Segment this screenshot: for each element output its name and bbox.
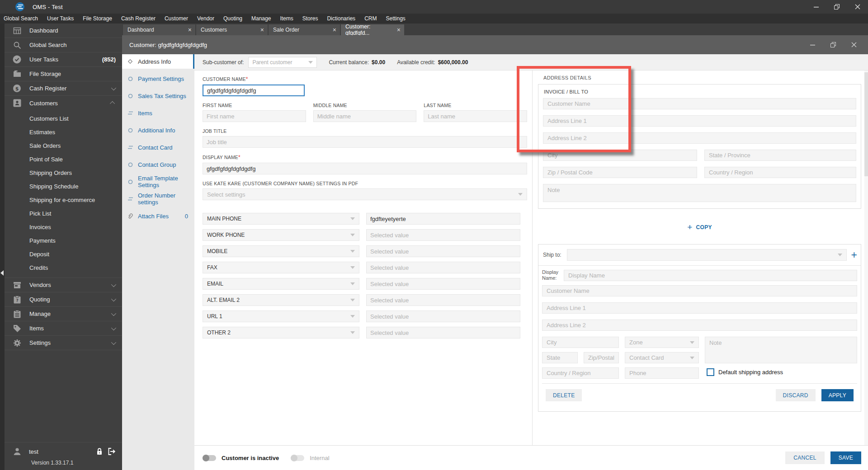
- add-ship-to-button[interactable]: +: [851, 250, 857, 260]
- phone-type-select[interactable]: EMAIL: [203, 278, 359, 290]
- sidebar-item-vendors[interactable]: Vendors: [5, 278, 122, 292]
- phone-type-select[interactable]: ALT. EMAIL 2: [203, 294, 359, 306]
- sidebar-item-file-storage[interactable]: File Storage: [5, 67, 122, 81]
- menu-global-search[interactable]: Global Search: [0, 15, 42, 22]
- logout-icon[interactable]: [108, 448, 116, 455]
- sidebar-item-shipping-ecommerce[interactable]: Shipping for e-commerce: [5, 193, 122, 207]
- phone-value-input[interactable]: [366, 310, 520, 322]
- scrollbar[interactable]: [864, 70, 868, 445]
- sidebar-item-pick-list[interactable]: Pick List: [5, 207, 122, 221]
- invoice-city-input[interactable]: [543, 150, 697, 161]
- tab-close-icon[interactable]: ×: [333, 27, 336, 33]
- invoice-address2-input[interactable]: [543, 132, 856, 144]
- close-icon[interactable]: [847, 0, 868, 14]
- minimize-icon[interactable]: [806, 0, 826, 14]
- restore-icon[interactable]: [826, 0, 847, 14]
- sidebar-item-global-search[interactable]: Global Search: [5, 38, 122, 52]
- invoice-state-input[interactable]: [704, 150, 856, 161]
- phone-value-input[interactable]: [366, 262, 520, 273]
- menu-stores[interactable]: Stores: [298, 15, 323, 22]
- sidebar-item-deposit[interactable]: Deposit: [5, 248, 122, 261]
- cancel-button[interactable]: CANCEL: [785, 451, 824, 464]
- close-icon[interactable]: [844, 35, 864, 54]
- sidebar-item-shipping-orders[interactable]: Shipping Orders: [5, 166, 122, 180]
- phone-type-select[interactable]: OTHER 2: [203, 327, 359, 338]
- tab-sale-order[interactable]: Sale Order ×: [269, 24, 340, 35]
- sidebar-collapse-icon[interactable]: [0, 270, 4, 276]
- ship-zone-select[interactable]: Zone: [625, 337, 699, 348]
- menu-file-storage[interactable]: File Storage: [78, 15, 117, 22]
- phone-type-select[interactable]: MOBILE: [203, 245, 359, 257]
- phone-value-input[interactable]: [366, 245, 520, 257]
- parent-customer-select[interactable]: Parent customer: [248, 57, 317, 68]
- nav-additional-info[interactable]: Additional Info: [122, 123, 194, 137]
- apply-button[interactable]: APPLY: [821, 389, 854, 401]
- nav-contact-group[interactable]: Contact Group: [122, 157, 194, 172]
- ship-note-input[interactable]: [705, 337, 857, 363]
- invoice-note-input[interactable]: [543, 184, 856, 202]
- customer-name-input[interactable]: [203, 85, 305, 96]
- ship-address1-input[interactable]: [542, 302, 857, 314]
- copy-button[interactable]: +COPY: [687, 222, 712, 232]
- phone-value-input[interactable]: [366, 213, 520, 225]
- invoice-zip-input[interactable]: [543, 167, 697, 178]
- menu-items[interactable]: Items: [275, 15, 297, 22]
- sidebar-item-point-of-sale[interactable]: Point of Sale: [5, 153, 122, 166]
- ship-state-input[interactable]: [542, 352, 578, 363]
- scrollbar-thumb[interactable]: [864, 72, 868, 176]
- phone-value-input[interactable]: [366, 294, 520, 306]
- menu-user-tasks[interactable]: User Tasks: [42, 15, 78, 22]
- sidebar-item-payments[interactable]: Payments: [5, 234, 122, 248]
- customer-inactive-toggle[interactable]: [203, 455, 216, 461]
- ship-customer-name-input[interactable]: [542, 285, 857, 296]
- ship-country-input[interactable]: [542, 367, 619, 379]
- ship-to-select[interactable]: [567, 249, 847, 261]
- sidebar-item-estimates[interactable]: Estimates: [5, 126, 122, 139]
- sidebar-item-sale-orders[interactable]: Sale Orders: [5, 139, 122, 153]
- ship-phone-input[interactable]: [625, 367, 699, 379]
- sidebar-item-customers[interactable]: Customers: [5, 96, 122, 110]
- ship-address2-input[interactable]: [542, 320, 857, 331]
- last-name-input[interactable]: [424, 110, 527, 122]
- sidebar-item-cash-register[interactable]: $ Cash Register: [5, 81, 122, 96]
- nav-order-number-settings[interactable]: Order Number settings: [122, 192, 194, 206]
- delete-button[interactable]: DELETE: [546, 389, 582, 401]
- nav-payment-settings[interactable]: Payment Settings: [122, 71, 194, 86]
- pdf-settings-select[interactable]: Select settings: [203, 188, 527, 200]
- menu-dictionaries[interactable]: Dictionaries: [322, 15, 360, 22]
- sidebar-item-user-tasks[interactable]: User Tasks (852): [5, 52, 122, 67]
- discard-button[interactable]: DISCARD: [776, 389, 816, 401]
- sidebar-item-shipping-schedule[interactable]: Shipping Schedule: [5, 180, 122, 193]
- sidebar-item-settings[interactable]: Settings: [5, 336, 122, 350]
- tab-close-icon[interactable]: ×: [397, 27, 401, 33]
- tab-close-icon[interactable]: ×: [188, 27, 192, 33]
- phone-type-select[interactable]: MAIN PHONE: [203, 213, 359, 225]
- menu-settings[interactable]: Settings: [381, 15, 410, 22]
- phone-value-input[interactable]: [366, 278, 520, 290]
- job-title-input[interactable]: [203, 136, 527, 148]
- ship-city-input[interactable]: [542, 337, 619, 348]
- sidebar-item-dashboard[interactable]: Dashboard: [5, 24, 122, 38]
- invoice-country-input[interactable]: [704, 167, 856, 178]
- middle-name-input[interactable]: [313, 110, 417, 122]
- sidebar-item-quoting[interactable]: ? Quoting: [5, 292, 122, 307]
- menu-quoting[interactable]: Quoting: [219, 15, 247, 22]
- internal-toggle[interactable]: [291, 455, 304, 461]
- menu-customer[interactable]: Customer: [160, 15, 193, 22]
- sidebar-item-items[interactable]: Items: [5, 321, 122, 336]
- sidebar-item-customers-list[interactable]: Customers List: [5, 112, 122, 126]
- invoice-address1-input[interactable]: [543, 115, 856, 127]
- nav-sales-tax-settings[interactable]: Sales Tax Settings: [122, 89, 194, 103]
- ship-display-name-input[interactable]: [564, 270, 857, 281]
- ship-contact-card-select[interactable]: Contact Card: [625, 352, 699, 363]
- phone-type-select[interactable]: FAX: [203, 262, 359, 273]
- sidebar-item-credits[interactable]: Credits: [5, 261, 122, 275]
- default-shipping-checkbox[interactable]: [707, 368, 714, 376]
- nav-email-template-settings[interactable]: Email Template Settings: [122, 174, 194, 189]
- tab-customers[interactable]: Customers ×: [196, 24, 268, 35]
- nav-contact-card[interactable]: Contact Card: [122, 140, 194, 155]
- menu-cash-register[interactable]: Cash Register: [117, 15, 160, 22]
- phone-value-input[interactable]: [366, 229, 520, 241]
- ship-zip-input[interactable]: [584, 352, 619, 363]
- nav-attach-files[interactable]: Attach Files 0: [122, 209, 194, 223]
